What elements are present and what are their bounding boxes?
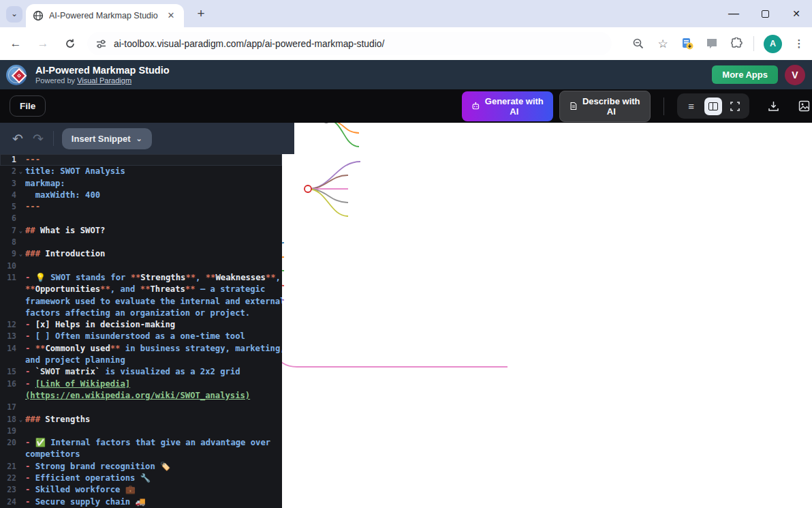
new-tab-button[interactable]: + [193,6,209,23]
code-line[interactable]: 9⌄### Introduction [0,248,282,260]
fold-chevron-icon[interactable]: ⌄ [16,225,25,237]
code-line[interactable]: 14- **Commonly used** in business strate… [0,343,282,355]
line-number: 4 [0,190,16,201]
code-line[interactable]: 5--- [0,201,282,213]
back-button[interactable]: ← [4,32,27,55]
code-line[interactable]: 1--- [0,154,282,166]
editor-only-view-icon[interactable]: ≡ [683,98,700,115]
extensions-puzzle-icon[interactable] [729,36,744,51]
gutter-spacer [16,449,25,460]
code-line[interactable]: 4 maxWidth: 400 [0,190,282,201]
gutter-spacer [16,461,25,473]
code-text: ## What is SWOT? [25,225,282,237]
code-line[interactable]: 17 [0,402,282,413]
browser-titlebar: ⌄ AI-Powered Markmap Studio ✕ + — ✕ [0,0,812,27]
extension-flag-icon[interactable] [704,36,719,51]
gutter-spacer [16,378,25,390]
code-line[interactable]: 19 [0,425,282,437]
reload-button[interactable] [59,32,82,55]
fullscreen-view-icon[interactable] [726,98,744,115]
window-maximize-button[interactable] [749,0,781,27]
line-number: 24 [0,496,16,508]
address-bar[interactable]: ai-toolbox.visual-paradigm.com/app/ai-po… [87,32,612,55]
code-line[interactable]: 16- [Link of Wikipedia] [0,378,282,390]
code-text: framework used to evaluate the internal … [25,296,282,308]
fold-chevron-icon[interactable]: ⌄ [16,414,25,425]
download-icon[interactable] [766,98,781,115]
powered-by: Powered by Visual Paradigm [35,76,170,85]
split-view-icon[interactable] [704,98,722,115]
line-number: 22 [0,473,16,484]
code-line[interactable]: 21- Strong brand recognition 🏷️ [0,461,282,473]
gutter-spacer [16,284,25,295]
line-number: 2 [0,166,16,177]
undo-icon[interactable]: ↶ [12,131,23,147]
generate-with-ai-button[interactable]: Generate with AI [462,91,553,121]
window-minimize-button[interactable]: — [718,0,749,27]
insert-snippet-button[interactable]: Insert Snippet⌄ [62,128,152,149]
code-line[interactable]: factors affecting an organization or pro… [0,308,282,319]
code-line[interactable]: 23- Skilled workforce 💼 [0,484,282,496]
user-avatar[interactable]: V [785,65,805,85]
browser-menu-icon[interactable]: ⋮ [792,36,807,51]
line-number: 17 [0,402,16,413]
fold-chevron-icon[interactable]: ⌄ [16,248,25,260]
code-line[interactable]: 24- Secure supply chain 🚚 [0,496,282,508]
gutter-spacer [16,437,25,449]
code-line[interactable]: 10 [0,260,282,272]
code-text: title: SWOT Analysis [25,166,282,177]
code-line[interactable]: 11- 💡 SWOT stands for **Strengths**, **W… [0,272,282,284]
code-line[interactable]: 20- ✅ Internal factors that give an adva… [0,437,282,449]
redo-icon[interactable]: ↷ [33,131,44,147]
code-text: - **Commonly used** in business strategy… [25,343,282,355]
site-settings-icon[interactable] [95,38,107,50]
line-number [0,284,16,295]
tab-search-button[interactable]: ⌄ [6,6,22,23]
code-line[interactable]: competitors [0,449,282,460]
code-line[interactable]: 12- [x] Helps in decision-making [0,319,282,331]
code-editor[interactable]: 1---2⌄title: SWOT Analysis3markmap:4 max… [0,154,282,508]
app-header: AI-Powered Markmap Studio Powered by Vis… [0,60,812,89]
code-line[interactable]: 18⌄### Strengths [0,414,282,425]
code-line[interactable]: 6 [0,213,282,224]
code-text [25,213,282,224]
code-line[interactable]: and project planning [0,355,282,366]
code-line[interactable]: 7⌄## What is SWOT? [0,225,282,237]
code-line[interactable]: 8 [0,237,282,248]
gutter-spacer [16,213,25,224]
divider [663,98,664,115]
window-close-button[interactable]: ✕ [781,0,812,27]
gutter-spacer [16,272,25,284]
code-line[interactable]: 2⌄title: SWOT Analysis [0,166,282,177]
forward-button[interactable]: → [31,32,54,55]
code-line[interactable]: (https://en.wikipedia.org/wiki/SWOT_anal… [0,390,282,402]
code-lines: 1---2⌄title: SWOT Analysis3markmap:4 max… [0,154,282,508]
line-number: 16 [0,378,16,390]
line-number [0,390,16,402]
fold-chevron-icon[interactable]: ⌄ [16,166,25,177]
code-text: - 💡 SWOT stands for **Strengths**, **Wea… [25,272,282,284]
code-line[interactable]: 15- `SWOT matrix` is visualized as a 2x2… [0,366,282,378]
code-line[interactable]: 3markmap: [0,178,282,190]
export-image-icon[interactable] [797,98,812,115]
line-number [0,355,16,366]
tab-close-icon[interactable]: ✕ [165,10,177,22]
bookmark-star-icon[interactable]: ☆ [655,36,670,51]
gutter-spacer [16,496,25,508]
app-title: AI-Powered Markmap Studio [35,65,170,76]
line-number: 1 [0,154,16,166]
zoom-indicator-icon[interactable] [631,36,646,51]
code-line[interactable]: 22- Efficient operations 🔧 [0,473,282,484]
more-apps-button[interactable]: More Apps [712,65,778,84]
code-text: - [Link of Wikipedia] [25,378,282,390]
visual-paradigm-link[interactable]: Visual Paradigm [77,76,131,85]
code-line[interactable]: framework used to evaluate the internal … [0,296,282,308]
code-line[interactable]: **Opportunities**, and **Threats** — a s… [0,284,282,295]
line-number: 10 [0,260,16,272]
code-line[interactable]: 13- [ ] Often misunderstood as a one-tim… [0,331,282,342]
browser-profile-avatar[interactable]: A [764,35,782,53]
file-menu-button[interactable]: File [10,95,46,117]
browser-tab[interactable]: AI-Powered Markmap Studio ✕ [26,4,184,27]
describe-with-ai-button[interactable]: Describe with AI [559,91,651,122]
extension-download-icon[interactable] [680,36,695,51]
